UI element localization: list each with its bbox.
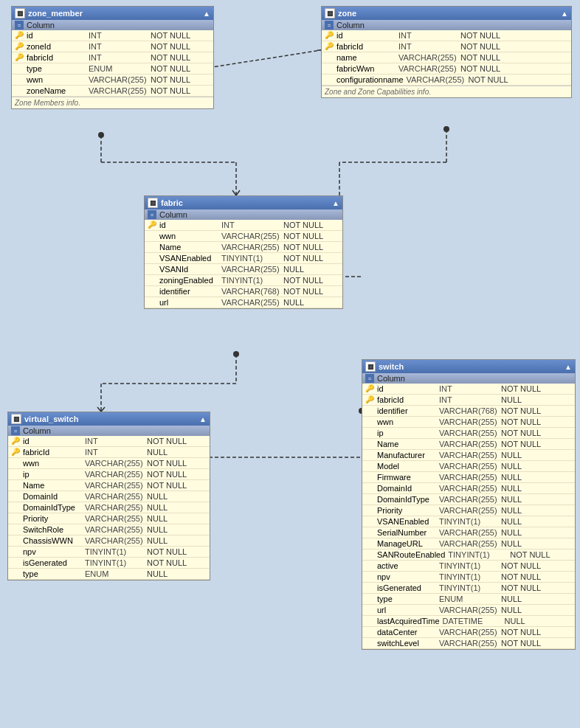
table-icon: ▦ [365, 361, 376, 372]
table-row: Name VARCHAR(255) NOT NULL [145, 242, 342, 253]
table-row: Priority VARCHAR(255) NULL [8, 513, 210, 524]
table-icon: ▦ [148, 198, 158, 208]
table-row: npv TINYINT(1) NOT NULL [8, 547, 210, 558]
fk-icon: 🔑 [15, 53, 24, 62]
fk-icon: 🔑 [15, 42, 24, 51]
table-row: Model VARCHAR(255) NULL [362, 461, 575, 472]
zone-col-header: = Column [322, 20, 571, 30]
switch-header: ▦ switch ▲ [362, 360, 575, 373]
table-row: Name VARCHAR(255) NOT NULL [8, 480, 210, 491]
table-row: DomainId VARCHAR(255) NULL [8, 491, 210, 502]
table-row: VSANEnabled TINYINT(1) NOT NULL [145, 253, 342, 264]
table-row: 🔑 fabricId INT NOT NULL [322, 41, 571, 52]
zone-header: ▦ zone ▲ [322, 7, 571, 20]
table-row: Name VARCHAR(255) NOT NULL [362, 439, 575, 450]
table-row: DomainId VARCHAR(255) NULL [362, 483, 575, 494]
zone-member-header: ▦ zone_member ▲ [12, 7, 213, 20]
svg-line-7 [232, 190, 236, 195]
fk-icon: 🔑 [11, 448, 20, 457]
table-row: ChassisWWN VARCHAR(255) NULL [8, 535, 210, 547]
svg-point-20 [233, 351, 239, 357]
table-row: ip VARCHAR(255) NOT NULL [362, 428, 575, 439]
table-row: 🔑 fabricId INT NULL [362, 395, 575, 406]
collapse-icon[interactable]: ▲ [565, 363, 572, 371]
table-row: 🔑 id INT NOT NULL [362, 384, 575, 395]
table-row: type ENUM NULL [362, 594, 575, 605]
fabric-col-header: = Column [145, 209, 342, 220]
table-row: wwn VARCHAR(255) NOT NULL [12, 74, 213, 86]
virtual-switch-col-header: = Column [8, 426, 210, 436]
table-row: ip VARCHAR(255) NOT NULL [8, 469, 210, 480]
table-row: identifier VARCHAR(768) NOT NULL [362, 406, 575, 417]
table-switch: ▦ switch ▲ = Column 🔑 id INT NOT NULL 🔑 … [362, 359, 576, 650]
table-row: 🔑 id INT NOT NULL [12, 30, 213, 41]
table-row: type ENUM NOT NULL [12, 63, 213, 74]
zone-member-title: zone_member [28, 9, 83, 18]
table-row: VSANId VARCHAR(255) NULL [145, 264, 342, 275]
table-row: type ENUM NULL [8, 569, 210, 580]
table-row: dataCenter VARCHAR(255) NOT NULL [362, 627, 575, 638]
table-row: lastAcquiredTime DATETIME NULL [362, 616, 575, 627]
zone-title: zone [338, 9, 356, 18]
svg-line-8 [236, 190, 240, 195]
zone-footer: Zone and Zone Capabilities info. [322, 86, 571, 97]
table-icon: ▦ [11, 414, 21, 424]
table-row: ManageURL VARCHAR(255) NULL [362, 538, 575, 550]
table-row: Firmware VARCHAR(255) NULL [362, 472, 575, 483]
table-icon: ▦ [15, 8, 25, 18]
pk-icon: 🔑 [11, 437, 20, 446]
table-row: 🔑 zoneId INT NOT NULL [12, 41, 213, 52]
table-row: wwn VARCHAR(255) NOT NULL [362, 417, 575, 428]
pk-icon: 🔑 [15, 31, 24, 40]
svg-point-12 [443, 126, 449, 132]
table-row: Manufacturer VARCHAR(255) NULL [362, 450, 575, 461]
svg-point-6 [98, 132, 104, 138]
virtual-switch-header: ▦ virtual_switch ▲ [8, 412, 210, 426]
table-row: 🔑 id INT NOT NULL [322, 30, 571, 41]
table-row: url VARCHAR(255) NULL [362, 605, 575, 616]
collapse-icon[interactable]: ▲ [332, 199, 339, 207]
table-row: DomainIdType VARCHAR(255) NULL [362, 494, 575, 505]
table-row: DomainIdType VARCHAR(255) NULL [8, 502, 210, 513]
table-row: VSANEnabled TINYINT(1) NULL [362, 516, 575, 527]
table-row: zoneName VARCHAR(255) NOT NULL [12, 86, 213, 97]
pk-icon: 🔑 [365, 384, 374, 393]
table-row: switchLevel VARCHAR(255) NOT NULL [362, 638, 575, 649]
table-row: isGenerated TINYINT(1) NOT NULL [362, 583, 575, 594]
table-row: npv TINYINT(1) NOT NULL [362, 572, 575, 583]
zone-member-footer: Zone Members info. [12, 97, 213, 108]
table-row: wwn VARCHAR(255) NOT NULL [8, 458, 210, 469]
table-row: 🔑 id INT NOT NULL [8, 436, 210, 447]
table-row: SANRouteEnabled TINYINT(1) NOT NULL [362, 550, 575, 561]
table-icon: ▦ [325, 8, 335, 18]
virtual-switch-title: virtual_switch [24, 415, 78, 423]
table-row: configurationname VARCHAR(255) NOT NULL [322, 74, 571, 86]
switch-title: switch [379, 362, 404, 371]
table-row: Priority VARCHAR(255) NULL [362, 505, 575, 516]
table-row: 🔑 fabricId INT NOT NULL [12, 52, 213, 63]
table-row: SerialNumber VARCHAR(255) NULL [362, 527, 575, 538]
table-row: isGenerated TINYINT(1) NOT NULL [8, 558, 210, 569]
table-row: url VARCHAR(255) NULL [145, 297, 342, 308]
table-fabric: ▦ fabric ▲ = Column 🔑 id INT NOT NULL ww… [144, 195, 343, 309]
zone-member-col-header: = Column [12, 20, 213, 30]
collapse-icon[interactable]: ▲ [561, 10, 568, 18]
table-row: 🔑 id INT NOT NULL [145, 220, 342, 231]
table-virtual-switch: ▦ virtual_switch ▲ = Column 🔑 id INT NOT… [7, 412, 210, 580]
collapse-icon[interactable]: ▲ [199, 415, 207, 423]
fk-icon: 🔑 [325, 42, 334, 51]
fabric-header: ▦ fabric ▲ [145, 196, 342, 209]
collapse-icon[interactable]: ▲ [203, 10, 210, 18]
table-zone: ▦ zone ▲ = Column 🔑 id INT NOT NULL 🔑 fa… [321, 6, 572, 98]
fk-icon: 🔑 [365, 395, 374, 404]
table-row: zoningEnabled TINYINT(1) NOT NULL [145, 275, 342, 286]
table-row: identifier VARCHAR(768) NOT NULL [145, 286, 342, 297]
fabric-title: fabric [161, 198, 183, 207]
table-row: name VARCHAR(255) NOT NULL [322, 52, 571, 63]
table-row: 🔑 fabricId INT NULL [8, 447, 210, 458]
table-zone-member: ▦ zone_member ▲ = Column 🔑 id INT NOT NU… [11, 6, 214, 109]
table-row: wwn VARCHAR(255) NOT NULL [145, 231, 342, 242]
switch-col-header: = Column [362, 373, 575, 384]
table-row: active TINYINT(1) NOT NULL [362, 561, 575, 572]
pk-icon: 🔑 [148, 221, 156, 229]
